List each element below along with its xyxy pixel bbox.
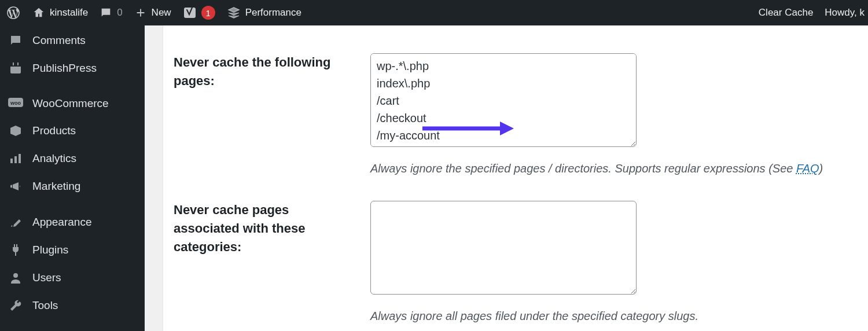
sidebar-item-label: Appearance — [32, 216, 91, 229]
svg-rect-4 — [17, 62, 19, 65]
content-left-strip — [145, 25, 163, 331]
performance-icon — [227, 6, 241, 20]
sidebar-item-users[interactable]: Users — [0, 264, 145, 292]
sidebar-item-label: Comments — [32, 34, 86, 47]
new-label: New — [152, 7, 171, 19]
bar-chart-icon — [8, 152, 23, 166]
box-icon — [8, 124, 23, 138]
svg-rect-7 — [10, 159, 13, 163]
user-icon — [8, 271, 23, 285]
comment-icon — [100, 6, 112, 19]
comment-icon — [8, 34, 23, 47]
sidebar-item-analytics[interactable]: Analytics — [0, 145, 145, 172]
comments-bubble-button[interactable]: 0 — [94, 0, 128, 25]
wrench-icon — [8, 299, 23, 312]
never-cache-categories-textarea[interactable] — [370, 201, 637, 295]
sidebar-item-label: Users — [32, 271, 61, 284]
comments-count: 0 — [117, 7, 122, 19]
plug-icon — [8, 243, 23, 257]
setting-never-cache-categories: Never cache pages associated with these … — [145, 189, 868, 297]
plus-icon — [134, 6, 147, 19]
svg-point-10 — [13, 273, 18, 278]
svg-text:woo: woo — [10, 100, 21, 106]
sidebar-item-tools[interactable]: Tools — [0, 292, 145, 319]
howdy-user-button[interactable]: Howdy, k — [819, 0, 865, 25]
calendar-icon — [8, 61, 23, 75]
performance-button[interactable]: Performance — [221, 0, 307, 25]
howdy-label: Howdy, k — [825, 7, 865, 19]
megaphone-icon — [8, 179, 23, 193]
sidebar-item-plugins[interactable]: Plugins — [0, 236, 145, 264]
wp-logo-button[interactable] — [0, 0, 27, 25]
svg-rect-2 — [10, 64, 21, 67]
svg-rect-9 — [19, 154, 21, 163]
annotation-arrow — [421, 120, 514, 137]
content-area: Never cache the following pages: Always … — [145, 25, 868, 331]
never-cache-pages-label: Never cache the following pages: — [174, 53, 370, 149]
sidebar-item-appearance[interactable]: Appearance — [0, 208, 145, 236]
sidebar-item-products[interactable]: Products — [0, 117, 145, 145]
yoast-icon — [183, 6, 197, 20]
sidebar-item-label: WooCommerce — [32, 97, 109, 110]
sidebar-item-label: Products — [32, 124, 76, 137]
never-cache-categories-label: Never cache pages associated with these … — [174, 201, 370, 297]
never-cache-categories-help: Always ignore all pages filed under the … — [370, 310, 868, 323]
admin-sidebar: Comments PublishPress woo WooCommerce Pr… — [0, 25, 145, 331]
svg-marker-12 — [500, 122, 514, 135]
svg-rect-3 — [13, 62, 14, 65]
faq-link[interactable]: FAQ — [796, 162, 819, 175]
yoast-badge: 1 — [201, 6, 215, 20]
home-icon — [32, 6, 45, 19]
clear-cache-button[interactable]: Clear Cache — [753, 0, 819, 25]
yoast-button[interactable]: 1 — [177, 0, 221, 25]
sidebar-item-label: Marketing — [32, 180, 80, 193]
woocommerce-icon: woo — [8, 98, 23, 109]
brush-icon — [8, 215, 23, 229]
svg-rect-8 — [14, 156, 17, 163]
sidebar-item-label: Analytics — [32, 152, 76, 165]
admin-bar: kinstalife 0 New 1 Performance — [0, 0, 868, 25]
sidebar-item-label: PublishPress — [32, 62, 97, 75]
sidebar-item-publishpress[interactable]: PublishPress — [0, 54, 145, 82]
sidebar-item-marketing[interactable]: Marketing — [0, 172, 145, 200]
sidebar-item-label: Tools — [32, 299, 58, 312]
sidebar-item-woocommerce[interactable]: woo WooCommerce — [0, 90, 145, 117]
site-name-label: kinstalife — [50, 7, 88, 19]
never-cache-pages-help: Always ignore the specified pages / dire… — [370, 162, 868, 175]
new-content-button[interactable]: New — [128, 0, 177, 25]
clear-cache-label: Clear Cache — [759, 7, 814, 19]
performance-label: Performance — [245, 7, 301, 19]
sidebar-item-comments[interactable]: Comments — [0, 27, 145, 54]
site-home-button[interactable]: kinstalife — [27, 0, 94, 25]
sidebar-item-label: Plugins — [32, 244, 68, 256]
wordpress-icon — [6, 5, 21, 20]
